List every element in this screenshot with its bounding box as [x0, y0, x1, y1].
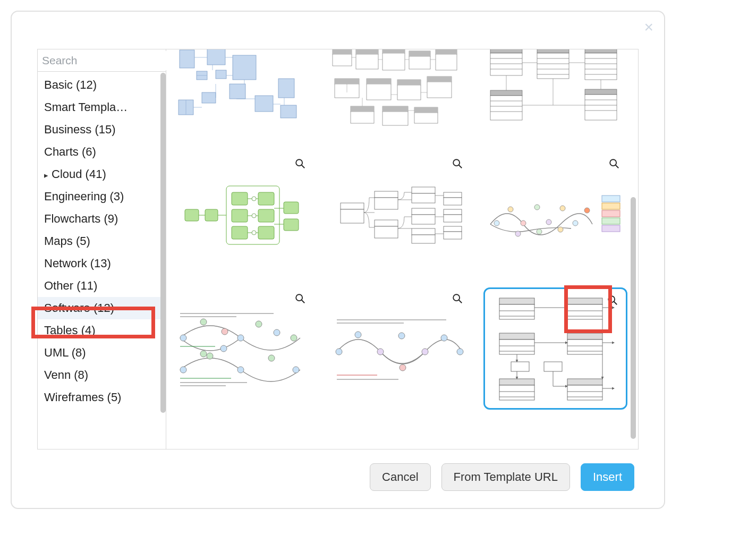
magnify-icon[interactable] — [607, 294, 618, 306]
svg-rect-176 — [499, 333, 534, 340]
sidebar-item-uml[interactable]: UML (8) — [38, 342, 166, 364]
template-tile-1[interactable] — [169, 49, 313, 140]
sidebar-item-business[interactable]: Business (15) — [38, 118, 166, 141]
template-tile-4[interactable] — [169, 152, 313, 275]
magnify-icon[interactable] — [294, 293, 306, 304]
svg-point-124 — [560, 206, 565, 211]
svg-point-136 — [256, 321, 262, 327]
category-list: Basic (12) Smart Templa… Business (15) C… — [38, 72, 166, 449]
svg-rect-104 — [412, 228, 435, 235]
svg-rect-37 — [333, 49, 352, 54]
close-icon[interactable]: × — [644, 19, 653, 35]
sidebar-item-wireframes[interactable]: Wireframes (5) — [38, 386, 166, 409]
svg-rect-34 — [382, 112, 408, 125]
search-input[interactable] — [38, 51, 185, 70]
svg-point-119 — [494, 220, 499, 226]
svg-point-130 — [296, 294, 303, 301]
svg-rect-55 — [537, 53, 569, 79]
svg-rect-79 — [205, 209, 218, 221]
svg-rect-111 — [444, 232, 462, 239]
svg-point-161 — [400, 364, 406, 371]
sidebar-item-software[interactable]: Software (12) — [38, 297, 166, 319]
svg-rect-169 — [499, 304, 534, 319]
svg-rect-22 — [436, 54, 457, 70]
svg-point-142 — [207, 353, 213, 359]
template-tile-9[interactable] — [483, 287, 627, 410]
svg-point-128 — [537, 229, 542, 234]
svg-rect-7 — [230, 84, 245, 99]
svg-rect-82 — [232, 226, 248, 239]
sidebar-item-tables[interactable]: Tables (4) — [38, 319, 166, 342]
template-tile-7[interactable] — [169, 287, 313, 410]
svg-rect-9 — [202, 92, 216, 103]
svg-rect-87 — [284, 219, 299, 231]
svg-rect-6 — [233, 55, 256, 80]
magnify-icon[interactable] — [608, 158, 620, 169]
magnify-icon[interactable] — [452, 293, 463, 304]
svg-point-120 — [508, 207, 513, 212]
svg-rect-41 — [436, 49, 457, 54]
magnify-icon[interactable] — [452, 158, 463, 169]
svg-point-152 — [453, 294, 460, 301]
svg-rect-54 — [537, 49, 569, 53]
svg-point-90 — [252, 214, 256, 218]
svg-rect-184 — [499, 379, 534, 385]
svg-rect-100 — [412, 187, 435, 193]
svg-rect-78 — [185, 209, 199, 221]
svg-line-167 — [614, 302, 617, 305]
svg-rect-94 — [341, 203, 364, 209]
svg-point-137 — [274, 329, 280, 336]
svg-line-153 — [458, 300, 462, 303]
svg-point-112 — [610, 159, 616, 166]
template-tile-3[interactable] — [483, 49, 627, 140]
sidebar-item-network[interactable]: Network (13) — [38, 252, 166, 275]
svg-rect-60 — [585, 49, 617, 53]
from-template-url-button[interactable]: From Template URL — [441, 463, 570, 491]
sidebar-item-flowcharts[interactable]: Flowcharts (9) — [38, 208, 166, 230]
svg-rect-48 — [414, 107, 438, 113]
svg-rect-105 — [412, 235, 435, 243]
template-tile-6[interactable] — [483, 152, 627, 275]
svg-rect-185 — [499, 385, 534, 400]
svg-rect-28 — [397, 85, 421, 100]
sidebar-item-venn[interactable]: Venn (8) — [38, 364, 166, 386]
magnify-icon[interactable] — [294, 158, 306, 169]
svg-rect-181 — [567, 340, 602, 354]
template-tile-2[interactable] — [326, 49, 470, 140]
svg-rect-47 — [382, 106, 408, 112]
sidebar-item-engineering[interactable]: Engineering (3) — [38, 185, 166, 208]
svg-rect-110 — [444, 226, 462, 232]
svg-point-123 — [546, 219, 551, 225]
sidebar-item-other[interactable]: Other (11) — [38, 275, 166, 297]
svg-point-154 — [336, 349, 342, 355]
svg-point-89 — [252, 197, 256, 201]
svg-point-158 — [422, 349, 428, 355]
svg-point-125 — [573, 220, 578, 226]
svg-point-129 — [558, 227, 563, 232]
svg-rect-101 — [412, 193, 435, 203]
svg-rect-97 — [375, 198, 398, 209]
insert-button[interactable]: Insert — [581, 463, 634, 491]
sidebar-item-basic[interactable]: Basic (12) — [38, 74, 166, 96]
sidebar-item-cloud[interactable]: Cloud (41) — [38, 163, 166, 185]
svg-point-157 — [398, 333, 405, 339]
svg-line-131 — [302, 300, 305, 303]
template-tile-5[interactable] — [326, 152, 470, 275]
sidebar-scrollbar[interactable] — [160, 73, 166, 413]
svg-point-126 — [584, 208, 590, 213]
svg-rect-16 — [356, 54, 378, 69]
svg-rect-116 — [602, 210, 620, 217]
svg-rect-26 — [367, 84, 391, 100]
svg-rect-108 — [444, 209, 462, 215]
svg-point-143 — [237, 367, 244, 373]
search-row — [38, 49, 166, 72]
template-tile-8[interactable] — [326, 287, 470, 410]
gallery-scrollbar[interactable] — [631, 197, 636, 439]
sidebar-item-smart[interactable]: Smart Templa… — [38, 96, 166, 118]
sidebar-item-charts[interactable]: Charts (6) — [38, 141, 166, 163]
sidebar-item-maps[interactable]: Maps (5) — [38, 230, 166, 252]
svg-point-135 — [237, 335, 244, 341]
svg-rect-173 — [567, 304, 602, 319]
svg-rect-38 — [356, 49, 378, 54]
cancel-button[interactable]: Cancel — [370, 463, 430, 491]
